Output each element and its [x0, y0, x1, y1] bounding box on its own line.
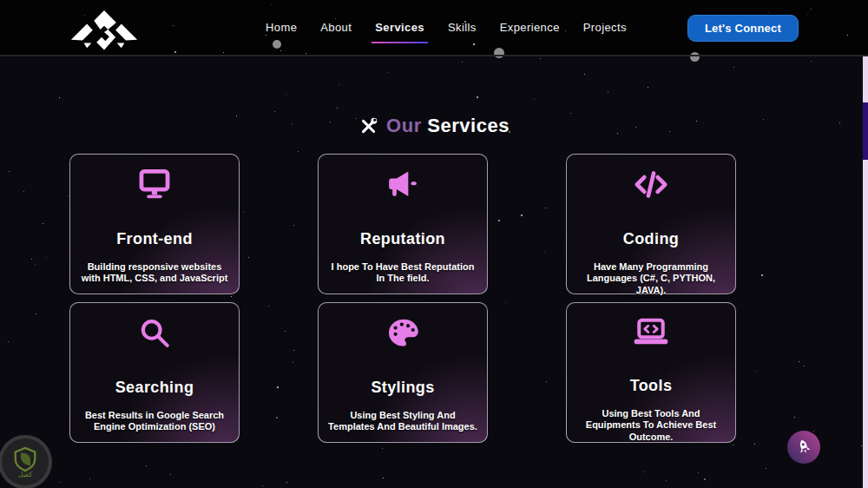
palette-icon: [387, 318, 419, 348]
code-icon: [634, 169, 668, 200]
scrollbar-track[interactable]: [863, 56, 868, 488]
card-description: Using Best Tools And Equipments To Achie…: [575, 408, 727, 443]
title-accent: Our: [386, 115, 422, 136]
nav-item-services[interactable]: Services: [375, 21, 424, 34]
service-card-stylings[interactable]: Stylings Using Best Styling And Template…: [318, 302, 488, 443]
card-description: Using Best Styling And Templates And Bea…: [327, 410, 478, 433]
scrollbar-thumb[interactable]: [863, 102, 868, 160]
shield-leaf-icon: [12, 446, 38, 472]
nav-item-home[interactable]: Home: [266, 21, 297, 34]
nav-item-about[interactable]: About: [320, 21, 352, 34]
megaphone-icon: [386, 169, 419, 200]
lets-connect-button[interactable]: Let's Connect: [687, 15, 799, 42]
nav-links: Home About Services Skills Experience Pr…: [266, 0, 627, 55]
laptop-code-icon: [633, 318, 669, 346]
tools-icon: [358, 116, 378, 136]
card-description: Have Many Programming Languages (C#, C, …: [575, 261, 727, 296]
scroll-top-button[interactable]: [787, 431, 820, 464]
section-heading: Our Services: [0, 115, 868, 137]
watermark-text: كفيل: [18, 471, 32, 478]
navbar: Home About Services Skills Experience Pr…: [0, 0, 868, 56]
watermark-badge: كفيل: [0, 435, 52, 488]
rocket-icon: [792, 436, 815, 458]
service-card-front-end[interactable]: Front-end Building responsive websites w…: [69, 154, 240, 294]
card-title: Reputation: [360, 230, 445, 248]
card-description: Best Results in Google Search Engine Opt…: [79, 410, 230, 433]
nav-item-experience[interactable]: Experience: [500, 21, 560, 34]
nav-item-skills[interactable]: Skills: [448, 21, 477, 34]
card-title: Coding: [623, 230, 679, 248]
card-title: Tools: [630, 377, 673, 395]
card-title: Front-end: [116, 230, 193, 248]
nav-item-projects[interactable]: Projects: [583, 21, 627, 34]
page-title: Our Services: [386, 115, 510, 137]
card-description: I hope To Have Best Reputation In The fi…: [327, 261, 478, 285]
search-icon: [139, 318, 170, 348]
card-description: Building responsive websites with HTML, …: [79, 261, 230, 285]
card-title: Stylings: [371, 379, 434, 397]
card-title: Searching: [115, 379, 194, 397]
services-grid: Front-end Building responsive websites w…: [69, 154, 736, 443]
title-rest: Services: [427, 115, 510, 136]
service-card-searching[interactable]: Searching Best Results in Google Search …: [69, 302, 240, 443]
service-card-coding[interactable]: Coding Have Many Programming Languages (…: [566, 154, 736, 294]
service-card-tools[interactable]: Tools Using Best Tools And Equipments To…: [566, 302, 736, 443]
service-card-reputation[interactable]: Reputation I hope To Have Best Reputatio…: [318, 154, 488, 294]
monitor-icon: [138, 169, 171, 200]
site-logo[interactable]: [66, 3, 142, 54]
logo-icon: [66, 3, 142, 55]
